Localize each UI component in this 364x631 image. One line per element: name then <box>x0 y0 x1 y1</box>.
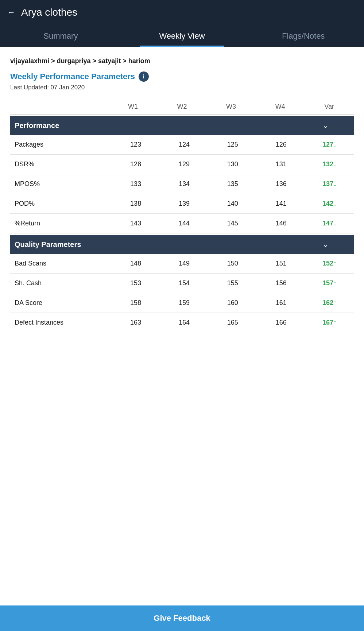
table-row: Packages 123 124 125 126 127↓ <box>10 135 354 155</box>
row-var: 162↑ <box>305 299 354 307</box>
tab-bar: Summary Weekly View Flags/Notes <box>0 25 364 47</box>
table-header: W1 W2 W3 W4 Var <box>10 99 354 115</box>
row-var: 147↓ <box>305 220 354 227</box>
row-w1: 138 <box>112 200 160 208</box>
table-row: %Return 143 144 145 146 147↓ <box>10 214 354 233</box>
row-w4: 146 <box>257 220 305 227</box>
performance-label: Performance <box>15 121 110 130</box>
row-var: 137↓ <box>305 180 354 188</box>
table-row: Bad Scans 148 149 150 151 152↑ <box>10 254 354 274</box>
app-header: ← Arya clothes <box>0 0 364 25</box>
row-w4: 156 <box>257 279 305 287</box>
row-w2: 144 <box>160 220 209 227</box>
performance-chevron-icon: ⌄ <box>302 121 349 130</box>
row-label: MPOS% <box>15 180 112 188</box>
row-var: 167↑ <box>305 319 354 326</box>
row-w1: 128 <box>112 160 160 168</box>
row-w2: 139 <box>160 200 209 208</box>
row-w3: 140 <box>208 200 257 208</box>
quality-section-header[interactable]: Quality Parameters ⌄ <box>10 235 354 254</box>
row-label: Bad Scans <box>15 260 112 267</box>
row-var: 157↑ <box>305 279 354 287</box>
row-w2: 149 <box>160 260 209 267</box>
row-w2: 164 <box>160 319 209 326</box>
tab-flags-notes[interactable]: Flags/Notes <box>243 25 364 47</box>
row-w3: 165 <box>208 319 257 326</box>
main-content: vijayalaxhmi > durgapriya > satyajit > h… <box>0 47 364 605</box>
app-title: Arya clothes <box>21 7 77 18</box>
row-w3: 135 <box>208 180 257 188</box>
row-label: Sh. Cash <box>15 279 112 287</box>
section-title-row: Weekly Performance Parameters i <box>10 71 354 82</box>
row-w1: 153 <box>112 279 160 287</box>
table-row: POD% 138 139 140 141 142↓ <box>10 194 354 214</box>
give-feedback-button[interactable]: Give Feedback <box>154 613 210 623</box>
tab-weekly-view[interactable]: Weekly View <box>121 25 243 47</box>
row-w3: 125 <box>208 141 257 148</box>
row-w4: 161 <box>257 299 305 307</box>
row-var: 142↓ <box>305 200 354 208</box>
row-w2: 124 <box>160 141 209 148</box>
table-row: DA Score 158 159 160 161 162↑ <box>10 293 354 313</box>
row-w3: 145 <box>208 220 257 227</box>
col-header-w3: W3 <box>206 103 256 111</box>
row-w3: 130 <box>208 160 257 168</box>
row-var: 132↓ <box>305 160 354 168</box>
row-w3: 160 <box>208 299 257 307</box>
table-row: Sh. Cash 153 154 155 156 157↑ <box>10 274 354 293</box>
row-var: 152↑ <box>305 260 354 267</box>
breadcrumb: vijayalaxhmi > durgapriya > satyajit > h… <box>10 57 354 65</box>
tab-summary[interactable]: Summary <box>0 25 121 47</box>
col-header-label <box>10 103 108 111</box>
quality-label: Quality Parameters <box>15 240 110 249</box>
row-w1: 163 <box>112 319 160 326</box>
col-header-w1: W1 <box>108 103 158 111</box>
row-label: DSR% <box>15 160 112 168</box>
back-button[interactable]: ← <box>7 8 15 17</box>
data-table: W1 W2 W3 W4 Var Performance ⌄ Packages 1… <box>10 99 354 332</box>
last-updated: Last Updated: 07 Jan 2020 <box>10 84 354 91</box>
row-w1: 123 <box>112 141 160 148</box>
row-label: Defect Instances <box>15 319 112 326</box>
row-w4: 141 <box>257 200 305 208</box>
table-row: MPOS% 133 134 135 136 137↓ <box>10 174 354 194</box>
row-w2: 129 <box>160 160 209 168</box>
row-w4: 136 <box>257 180 305 188</box>
row-w2: 154 <box>160 279 209 287</box>
row-w1: 148 <box>112 260 160 267</box>
performance-section-header[interactable]: Performance ⌄ <box>10 116 354 135</box>
row-w1: 133 <box>112 180 160 188</box>
row-w2: 159 <box>160 299 209 307</box>
row-w4: 166 <box>257 319 305 326</box>
quality-chevron-icon: ⌄ <box>302 240 349 249</box>
row-w1: 158 <box>112 299 160 307</box>
row-w3: 155 <box>208 279 257 287</box>
row-var: 127↓ <box>305 141 354 148</box>
info-icon[interactable]: i <box>139 71 149 82</box>
col-header-w4: W4 <box>256 103 305 111</box>
row-label: POD% <box>15 200 112 208</box>
footer[interactable]: Give Feedback <box>0 605 364 631</box>
col-header-var: Var <box>305 103 354 111</box>
row-w1: 143 <box>112 220 160 227</box>
col-header-w2: W2 <box>158 103 207 111</box>
row-label: %Return <box>15 220 112 227</box>
table-row: DSR% 128 129 130 131 132↓ <box>10 155 354 174</box>
row-w3: 150 <box>208 260 257 267</box>
row-w2: 134 <box>160 180 209 188</box>
weekly-performance-title: Weekly Performance Parameters <box>10 72 135 81</box>
table-row: Defect Instances 163 164 165 166 167↑ <box>10 313 354 332</box>
row-w4: 131 <box>257 160 305 168</box>
row-label: Packages <box>15 141 112 148</box>
row-w4: 151 <box>257 260 305 267</box>
row-w4: 126 <box>257 141 305 148</box>
row-label: DA Score <box>15 299 112 307</box>
